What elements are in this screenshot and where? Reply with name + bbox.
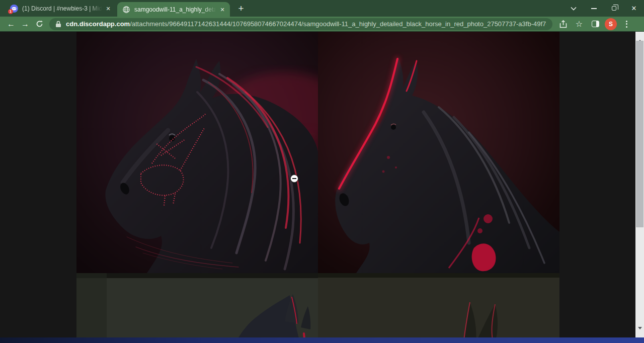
url-text: cdn.discordapp.com/attachments/966491171… bbox=[66, 20, 546, 28]
chevron-down-icon bbox=[571, 7, 577, 11]
image-quadrant-bottom-right[interactable] bbox=[318, 273, 559, 343]
reload-icon bbox=[36, 20, 43, 28]
tab-search-button[interactable] bbox=[564, 0, 584, 17]
tab-title: (1) Discord | #newbies-3 | Midjou bbox=[22, 5, 104, 12]
url-path: /attachments/96649117142631444/107695807… bbox=[130, 20, 546, 28]
scroll-down-icon bbox=[638, 327, 642, 337]
close-window-button[interactable]: ✕ bbox=[624, 0, 644, 17]
lock-icon bbox=[55, 21, 61, 28]
page-content bbox=[0, 32, 644, 343]
zoom-out-cursor-icon bbox=[290, 175, 298, 183]
notification-badge: 1 bbox=[8, 9, 13, 14]
menu-button[interactable] bbox=[620, 18, 633, 31]
scroll-up-button[interactable] bbox=[635, 32, 644, 40]
reload-button[interactable] bbox=[32, 18, 46, 31]
share-button[interactable] bbox=[556, 18, 570, 31]
side-panel-button[interactable] bbox=[589, 18, 602, 31]
kebab-menu-icon bbox=[626, 21, 627, 28]
url-domain: cdn.discordapp.com bbox=[66, 20, 130, 28]
scroll-down-button[interactable] bbox=[635, 329, 644, 337]
browser-toolbar: ← → cdn.discordapp.com/attachments/96649… bbox=[0, 17, 644, 32]
profile-avatar[interactable]: S bbox=[605, 18, 617, 30]
vertical-scrollbar[interactable] bbox=[635, 32, 644, 337]
side-panel-icon bbox=[592, 21, 599, 27]
tab-image-viewer[interactable]: samgoodwill-11_a_highly_detaile ✕ bbox=[117, 2, 230, 17]
back-button[interactable]: ← bbox=[4, 18, 18, 31]
taskbar-strip bbox=[0, 337, 644, 343]
close-tab-icon[interactable]: ✕ bbox=[104, 4, 113, 13]
scrollbar-thumb[interactable] bbox=[636, 41, 643, 227]
discord-favicon-icon: 1 bbox=[10, 5, 18, 13]
bookmark-button[interactable]: ☆ bbox=[573, 18, 586, 31]
new-tab-button[interactable]: + bbox=[234, 3, 248, 15]
image-quadrant-top-right[interactable] bbox=[318, 32, 559, 273]
minimize-button[interactable] bbox=[584, 0, 604, 17]
close-tab-icon[interactable]: ✕ bbox=[218, 5, 227, 14]
address-bar[interactable]: cdn.discordapp.com/attachments/966491171… bbox=[49, 18, 552, 30]
tab-discord[interactable]: 1 (1) Discord | #newbies-3 | Midjou ✕ bbox=[4, 0, 116, 17]
share-icon bbox=[559, 20, 567, 28]
forward-button[interactable]: → bbox=[18, 18, 32, 31]
restore-button[interactable] bbox=[604, 0, 624, 17]
horse-image-grid[interactable] bbox=[76, 32, 559, 343]
tab-title: samgoodwill-11_a_highly_detaile bbox=[134, 6, 218, 13]
image-quadrant-top-left[interactable] bbox=[76, 32, 318, 273]
globe-icon bbox=[122, 6, 130, 14]
minimize-icon bbox=[591, 8, 597, 9]
toolbar-actions: ☆ S bbox=[556, 18, 633, 31]
browser-window: 1 (1) Discord | #newbies-3 | Midjou ✕ sa… bbox=[0, 0, 644, 343]
image-quadrant-bottom-left[interactable] bbox=[76, 273, 318, 343]
tab-strip: 1 (1) Discord | #newbies-3 | Midjou ✕ sa… bbox=[0, 0, 644, 17]
restore-icon bbox=[612, 6, 616, 11]
window-controls: ✕ bbox=[564, 0, 644, 17]
